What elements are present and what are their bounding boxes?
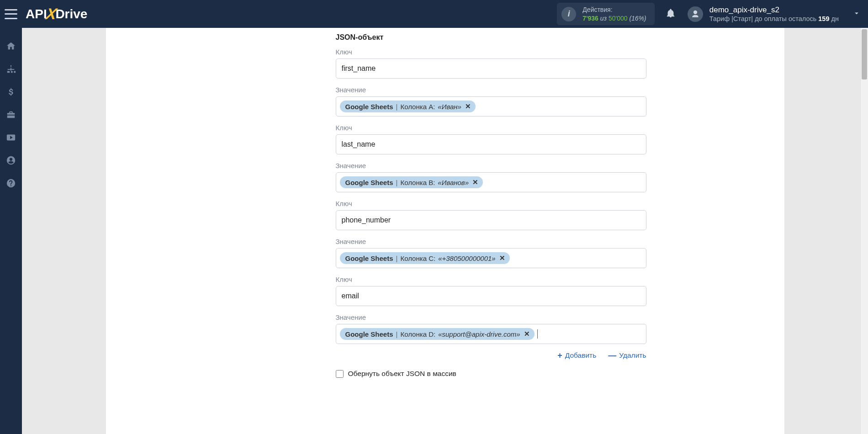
- username: demo_apix-drive_s2: [709, 5, 839, 15]
- info-icon: i: [561, 7, 576, 21]
- user-block[interactable]: demo_apix-drive_s2 Тариф |Старт| до опла…: [709, 5, 839, 23]
- tag-sample: «Иван»: [438, 103, 461, 111]
- nav-profile-icon[interactable]: [5, 155, 16, 166]
- wrap-array-checkbox[interactable]: [336, 370, 344, 378]
- usage-of: из: [600, 15, 607, 22]
- key-label: Ключ: [336, 200, 784, 207]
- key-label: Ключ: [336, 48, 784, 56]
- tag-source: Google Sheets: [345, 103, 393, 111]
- logo-text-drive: Drive: [55, 7, 87, 21]
- hamburger-menu-button[interactable]: [5, 9, 17, 19]
- user-menu-chevron[interactable]: [839, 9, 861, 19]
- tag-source: Google Sheets: [345, 179, 393, 186]
- wrap-array-row[interactable]: Обернуть объект JSON в массив: [336, 370, 784, 378]
- value-tag[interactable]: Google Sheets|Колонка C: «+380500000001»…: [340, 252, 510, 264]
- tag-column: Колонка C:: [400, 254, 435, 262]
- nav-help-icon[interactable]: [5, 178, 16, 189]
- form-panel: JSON-объект КлючЗначениеGoogle Sheets|Ко…: [106, 28, 784, 434]
- value-label: Значение: [336, 238, 784, 245]
- key-input[interactable]: [336, 58, 646, 79]
- nav-integrations-icon[interactable]: [5, 64, 16, 74]
- remove-pair-label: Удалить: [619, 351, 646, 360]
- tag-column: Колонка A:: [400, 103, 435, 111]
- value-label: Значение: [336, 313, 784, 321]
- usage-used: 7'936: [582, 15, 598, 22]
- tag-separator: |: [396, 330, 398, 338]
- usage-percent: (16%): [629, 15, 646, 22]
- tag-remove-icon[interactable]: ✕: [523, 330, 530, 338]
- actions-row: + Добавить — Удалить: [336, 351, 646, 360]
- value-tagbox[interactable]: Google Sheets|Колонка A: «Иван»✕: [336, 96, 646, 116]
- topbar: API X Drive i Действия: 7'936 из 50'000 …: [0, 0, 868, 28]
- form-column: JSON-объект КлючЗначениеGoogle Sheets|Ко…: [336, 28, 784, 434]
- tariff-prefix: Тариф |Старт| до оплаты осталось: [709, 15, 816, 22]
- nav-billing-icon[interactable]: [5, 86, 16, 97]
- usage-label: Действия:: [582, 5, 646, 14]
- tag-remove-icon[interactable]: ✕: [498, 254, 505, 262]
- tag-sample: «+380500000001»: [438, 254, 496, 262]
- wrap-array-label: Обернуть объект JSON в массив: [348, 370, 456, 378]
- tag-sample: «support@apix-drive.com»: [438, 330, 520, 338]
- tag-separator: |: [396, 254, 398, 262]
- tag-source: Google Sheets: [345, 254, 393, 262]
- section-title: JSON-объект: [336, 33, 784, 42]
- key-input[interactable]: [336, 210, 646, 230]
- value-tagbox[interactable]: Google Sheets|Колонка D: «support@apix-d…: [336, 324, 646, 344]
- tariff-days-suffix: дн: [831, 15, 839, 22]
- logo-text-api: API: [26, 7, 47, 21]
- value-tag[interactable]: Google Sheets|Колонка B: «Иванов»✕: [340, 176, 483, 188]
- value-tagbox[interactable]: Google Sheets|Колонка C: «+380500000001»…: [336, 248, 646, 268]
- add-pair-button[interactable]: + Добавить: [557, 351, 596, 360]
- key-input[interactable]: [336, 286, 646, 306]
- tariff-days: 159: [818, 15, 829, 22]
- logo[interactable]: API X Drive: [26, 6, 87, 22]
- tag-column: Колонка B:: [400, 179, 435, 186]
- workspace: JSON-объект КлючЗначениеGoogle Sheets|Ко…: [22, 28, 868, 434]
- tag-column: Колонка D:: [400, 330, 435, 338]
- tariff-line: Тариф |Старт| до оплаты осталось 159 дн: [709, 15, 839, 23]
- scrollbar-track[interactable]: [860, 28, 868, 434]
- minus-icon: —: [608, 351, 616, 360]
- left-rail: [0, 28, 22, 434]
- nav-home-icon[interactable]: [5, 41, 16, 52]
- usage-limit: 50'000: [609, 15, 628, 22]
- tag-remove-icon[interactable]: ✕: [464, 102, 471, 111]
- tag-sample: «Иванов»: [438, 179, 469, 186]
- nav-toolbox-icon[interactable]: [5, 109, 16, 120]
- key-label: Ключ: [336, 275, 784, 283]
- value-tag[interactable]: Google Sheets|Колонка D: «support@apix-d…: [340, 328, 535, 340]
- nav-video-icon[interactable]: [5, 132, 16, 143]
- scrollbar-thumb[interactable]: [862, 29, 867, 79]
- tag-separator: |: [396, 179, 398, 186]
- remove-pair-button[interactable]: — Удалить: [608, 351, 646, 360]
- value-label: Значение: [336, 86, 784, 94]
- add-pair-label: Добавить: [565, 351, 597, 360]
- tag-remove-icon[interactable]: ✕: [471, 178, 478, 186]
- tag-source: Google Sheets: [345, 330, 393, 338]
- usage-stats-box[interactable]: i Действия: 7'936 из 50'000 (16%): [557, 3, 654, 25]
- key-input[interactable]: [336, 134, 646, 154]
- text-cursor: [537, 329, 538, 339]
- plus-icon: +: [557, 351, 562, 360]
- value-tagbox[interactable]: Google Sheets|Колонка B: «Иванов»✕: [336, 172, 646, 192]
- avatar[interactable]: [688, 6, 703, 22]
- tag-separator: |: [396, 103, 398, 111]
- usage-stats-text: Действия: 7'936 из 50'000 (16%): [582, 5, 646, 22]
- notifications-button[interactable]: [666, 8, 676, 20]
- value-label: Значение: [336, 162, 784, 169]
- value-tag[interactable]: Google Sheets|Колонка A: «Иван»✕: [340, 101, 476, 112]
- key-label: Ключ: [336, 124, 784, 132]
